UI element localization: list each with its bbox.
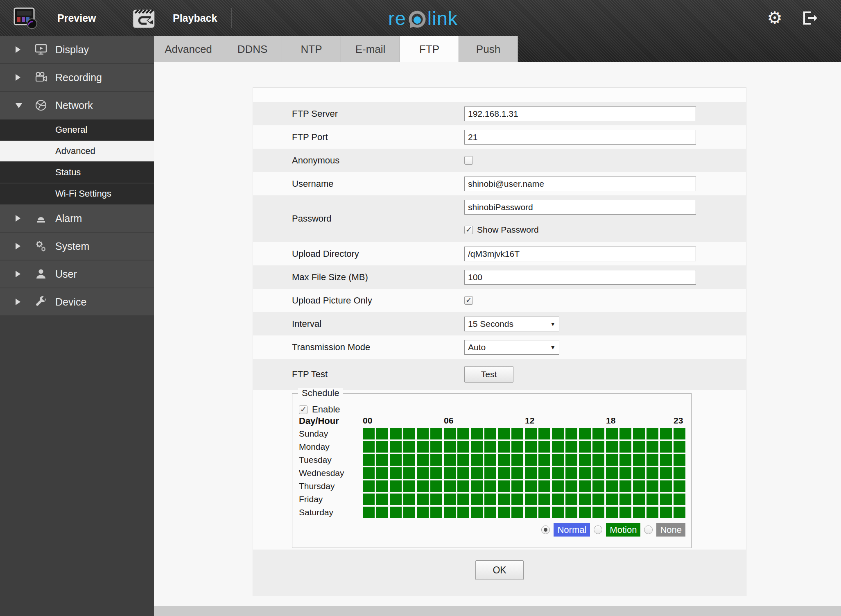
schedule-cell[interactable] <box>403 441 415 453</box>
schedule-cell[interactable] <box>660 428 672 439</box>
schedule-cell[interactable] <box>525 467 537 479</box>
schedule-cell[interactable] <box>633 428 645 439</box>
schedule-cell[interactable] <box>484 494 496 505</box>
schedule-cell[interactable] <box>538 428 550 439</box>
schedule-cell[interactable] <box>647 454 658 466</box>
ftp-server-input[interactable] <box>464 106 696 121</box>
schedule-cell[interactable] <box>444 494 456 505</box>
schedule-cell[interactable] <box>619 507 631 518</box>
schedule-mode-chip-none[interactable]: None <box>656 523 685 537</box>
password-input[interactable] <box>464 200 696 215</box>
playback-nav-button[interactable] <box>132 0 161 36</box>
tab-ntp[interactable]: NTP <box>282 36 341 62</box>
schedule-cell[interactable] <box>363 428 375 439</box>
schedule-cell[interactable] <box>619 454 631 466</box>
schedule-cell[interactable] <box>552 480 564 492</box>
schedule-cell[interactable] <box>417 441 429 453</box>
schedule-cell[interactable] <box>498 454 510 466</box>
schedule-cell[interactable] <box>674 441 685 453</box>
schedule-cell[interactable] <box>619 428 631 439</box>
schedule-cell[interactable] <box>376 454 388 466</box>
schedule-cell[interactable] <box>498 428 510 439</box>
schedule-cell[interactable] <box>592 467 604 479</box>
schedule-cell[interactable] <box>579 454 591 466</box>
schedule-cell[interactable] <box>619 467 631 479</box>
schedule-cell[interactable] <box>417 507 429 518</box>
schedule-cell[interactable] <box>511 454 523 466</box>
schedule-cell[interactable] <box>538 467 550 479</box>
schedule-cell[interactable] <box>606 467 618 479</box>
schedule-cell[interactable] <box>565 428 577 439</box>
schedule-cell[interactable] <box>592 480 604 492</box>
schedule-cell[interactable] <box>674 494 685 505</box>
schedule-cell[interactable] <box>430 454 442 466</box>
schedule-cell[interactable] <box>457 480 469 492</box>
schedule-cell[interactable] <box>633 507 645 518</box>
schedule-cell[interactable] <box>484 428 496 439</box>
horizontal-scrollbar[interactable] <box>154 606 841 616</box>
schedule-cell[interactable] <box>633 467 645 479</box>
schedule-cell[interactable] <box>525 441 537 453</box>
schedule-cell[interactable] <box>444 480 456 492</box>
schedule-cell[interactable] <box>552 441 564 453</box>
schedule-cell[interactable] <box>538 507 550 518</box>
schedule-cell[interactable] <box>457 494 469 505</box>
schedule-cell[interactable] <box>565 480 577 492</box>
schedule-cell[interactable] <box>619 480 631 492</box>
schedule-cell[interactable] <box>417 480 429 492</box>
schedule-cell[interactable] <box>417 494 429 505</box>
schedule-cell[interactable] <box>403 467 415 479</box>
show-password-checkbox[interactable] <box>464 226 473 234</box>
schedule-cell[interactable] <box>538 494 550 505</box>
schedule-cell[interactable] <box>619 494 631 505</box>
schedule-cell[interactable] <box>660 480 672 492</box>
schedule-cell[interactable] <box>579 441 591 453</box>
schedule-cell[interactable] <box>376 428 388 439</box>
upload-picture-only-checkbox[interactable] <box>464 296 473 305</box>
schedule-cell[interactable] <box>552 467 564 479</box>
schedule-cell[interactable] <box>444 428 456 439</box>
schedule-mode-chip-motion[interactable]: Motion <box>606 523 640 537</box>
schedule-cell[interactable] <box>430 441 442 453</box>
schedule-cell[interactable] <box>538 454 550 466</box>
schedule-cell[interactable] <box>403 428 415 439</box>
schedule-cell[interactable] <box>647 428 658 439</box>
schedule-cell[interactable] <box>390 480 402 492</box>
schedule-cell[interactable] <box>390 428 402 439</box>
tab-email[interactable]: E-mail <box>341 36 400 62</box>
schedule-cell[interactable] <box>363 454 375 466</box>
max-file-size-input[interactable] <box>464 270 696 285</box>
schedule-cell[interactable] <box>552 428 564 439</box>
schedule-cell[interactable] <box>619 441 631 453</box>
schedule-cell[interactable] <box>552 494 564 505</box>
schedule-cell[interactable] <box>660 454 672 466</box>
schedule-cell[interactable] <box>498 441 510 453</box>
schedule-cell[interactable] <box>498 494 510 505</box>
schedule-cell[interactable] <box>592 428 604 439</box>
sidebar-item-status[interactable]: Status <box>0 162 154 183</box>
settings-gear-icon[interactable]: ⚙ <box>765 7 784 29</box>
schedule-cell[interactable] <box>457 507 469 518</box>
transmission-mode-select[interactable]: Auto ▼ <box>464 340 559 355</box>
schedule-cell[interactable] <box>363 441 375 453</box>
schedule-cell[interactable] <box>525 454 537 466</box>
schedule-cell[interactable] <box>579 467 591 479</box>
schedule-cell[interactable] <box>674 467 685 479</box>
schedule-cell[interactable] <box>538 480 550 492</box>
schedule-cell[interactable] <box>498 480 510 492</box>
schedule-cell[interactable] <box>430 494 442 505</box>
schedule-cell[interactable] <box>579 494 591 505</box>
schedule-mode-radio-motion[interactable] <box>594 525 602 534</box>
schedule-cell[interactable] <box>592 441 604 453</box>
schedule-cell[interactable] <box>647 494 658 505</box>
schedule-cell[interactable] <box>606 454 618 466</box>
schedule-cell[interactable] <box>430 428 442 439</box>
schedule-cell[interactable] <box>471 480 483 492</box>
schedule-cell[interactable] <box>430 467 442 479</box>
schedule-cell[interactable] <box>390 454 402 466</box>
schedule-cell[interactable] <box>647 507 658 518</box>
schedule-cell[interactable] <box>525 494 537 505</box>
username-input[interactable] <box>464 177 696 191</box>
schedule-cell[interactable] <box>457 467 469 479</box>
interval-select[interactable]: 15 Seconds ▼ <box>464 317 559 331</box>
